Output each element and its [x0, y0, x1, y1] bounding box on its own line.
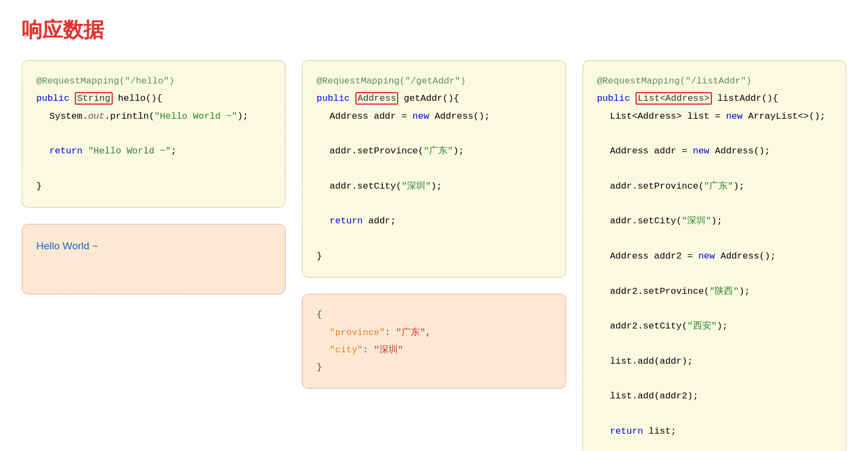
setprovince-text: addr.setProvince(	[329, 146, 423, 156]
keyword-public-1: public	[36, 93, 75, 104]
column-2: @RequestMapping("/getAddr") public Addre…	[302, 60, 566, 389]
addr2-city-text: addr2.setCity(	[610, 321, 688, 331]
resp2-open: {	[316, 306, 551, 324]
new-kw-1: new	[412, 111, 429, 121]
addr1-new-line: Address addr = new Address();	[610, 143, 832, 160]
blank-3d	[597, 230, 832, 248]
blank-3c	[597, 195, 832, 212]
blank-3b	[597, 160, 832, 177]
blank-line-5	[316, 195, 551, 212]
addr-new-line: Address addr = new Address();	[329, 108, 551, 125]
blank-3e	[597, 265, 832, 282]
addr1-province-text: addr.setProvince(	[610, 181, 704, 191]
response-box-2: { "province": "广东", "city": "深圳" }	[302, 294, 566, 389]
addr-new-end: Address();	[429, 111, 490, 121]
column-3: @RequestMapping("/listAddr") public List…	[582, 60, 846, 451]
blank-line-3	[316, 125, 551, 143]
return-val-2: addr;	[368, 216, 396, 226]
code-box-1: @RequestMapping("/hello") public String …	[22, 60, 286, 208]
column-1: @RequestMapping("/hello") public String …	[22, 60, 286, 294]
addr1-province-line: addr.setProvince("广东");	[610, 178, 832, 195]
return-line-3: return list;	[610, 423, 832, 440]
list-prefix: List<Address> list =	[610, 111, 726, 121]
resp2-colon1: :	[385, 327, 396, 338]
list-add2-line: list.add(addr2);	[610, 388, 832, 405]
list-add1-line: list.add(addr);	[610, 353, 832, 370]
sig-rest-3: listAddr(){	[712, 93, 778, 104]
return-semi-1: ;	[171, 146, 176, 156]
system-text: System.	[49, 111, 88, 121]
addr2-prefix: Address addr2 =	[610, 251, 698, 261]
setprovince-line: addr.setProvince("广东");	[329, 143, 551, 160]
addr1-city-val: "深圳"	[682, 216, 711, 226]
setcity-text: addr.setCity(	[329, 181, 401, 191]
println-line: System.out.println("Hello World ~");	[49, 108, 271, 125]
blank-line-6	[316, 230, 551, 248]
new-kw-addr2: new	[698, 251, 715, 261]
blank-line-2	[36, 160, 271, 177]
blank-line-4	[316, 160, 551, 177]
addr1-city-end: );	[711, 216, 722, 226]
setcity-end: );	[431, 181, 442, 191]
resp2-colon2: :	[363, 345, 374, 355]
annotation-3: @RequestMapping("/listAddr")	[597, 73, 832, 90]
province-val: "广东"	[424, 146, 453, 156]
addr2-new-end: Address();	[715, 251, 776, 261]
addr2-province-line: addr2.setProvince("陕西");	[610, 283, 832, 300]
return-line-1: return "Hello World ~";	[49, 143, 271, 160]
code-box-3: @RequestMapping("/listAddr") public List…	[582, 60, 846, 451]
blank-3h	[597, 370, 832, 388]
addr2-province-text: addr2.setProvince(	[610, 286, 710, 297]
addr2-new-line: Address addr2 = new Address();	[610, 248, 832, 265]
type-string: String	[75, 92, 112, 105]
setprovince-end: );	[453, 146, 464, 156]
blank-3f	[597, 300, 832, 318]
close-brace-2: }	[316, 248, 551, 265]
return-kw-1: return	[49, 146, 88, 156]
resp2-line2: "city": "深圳"	[329, 342, 551, 359]
annotation-2: @RequestMapping("/getAddr")	[316, 73, 551, 90]
return-val-1: "Hello World ~"	[88, 146, 171, 156]
blank-line-1	[36, 125, 271, 143]
main-grid: @RequestMapping("/hello") public String …	[22, 60, 846, 451]
addr2-city-val: "西安"	[687, 321, 716, 331]
blank-3a	[597, 125, 832, 143]
addr1-city-text: addr.setCity(	[610, 216, 682, 226]
println-end: );	[237, 111, 248, 121]
setcity-line: addr.setCity("深圳");	[329, 178, 551, 195]
resp2-val2: "深圳"	[374, 345, 403, 355]
response-box-1: Hello World ~	[22, 224, 286, 294]
response-text-1: Hello World ~	[36, 240, 98, 252]
resp2-comma1: ,	[425, 327, 431, 338]
addr1-prefix: Address addr =	[610, 146, 693, 156]
addr1-province-end: );	[734, 181, 744, 191]
addr1-new-end: Address();	[709, 146, 770, 156]
city-val: "深圳"	[401, 181, 431, 191]
addr2-province-end: );	[739, 286, 750, 297]
annotation-1: @RequestMapping("/hello")	[36, 73, 271, 90]
println-text: .println(	[105, 111, 154, 121]
resp2-key2: "city"	[329, 345, 362, 355]
sig-rest-1: hello(){	[113, 93, 163, 104]
type-address: Address	[355, 92, 398, 105]
sig-line-1: public String hello(){	[36, 90, 271, 107]
string-hw1: "Hello World ~"	[154, 111, 237, 121]
resp2-close: }	[316, 359, 551, 376]
type-list-address: List<Address>	[636, 92, 712, 105]
addr1-province-val: "广东"	[704, 181, 733, 191]
out-text: out	[88, 111, 105, 121]
code-box-2: @RequestMapping("/getAddr") public Addre…	[302, 60, 566, 278]
addr2-city-end: );	[717, 321, 728, 331]
close-brace-1: }	[36, 178, 271, 195]
blank-3j	[597, 440, 832, 451]
resp2-key1: "province"	[329, 327, 385, 338]
resp2-line1: "province": "广东",	[329, 324, 551, 342]
return-kw-2: return	[329, 216, 368, 226]
blank-3i	[597, 405, 832, 423]
addr2-province-val: "陕西"	[709, 286, 739, 297]
new-kw-addr1: new	[693, 146, 710, 156]
sig-line-3: public List<Address> listAddr(){	[597, 90, 832, 107]
page-title: 响应数据	[22, 16, 846, 44]
keyword-public-3: public	[597, 93, 636, 104]
return-kw-3: return	[610, 426, 649, 436]
